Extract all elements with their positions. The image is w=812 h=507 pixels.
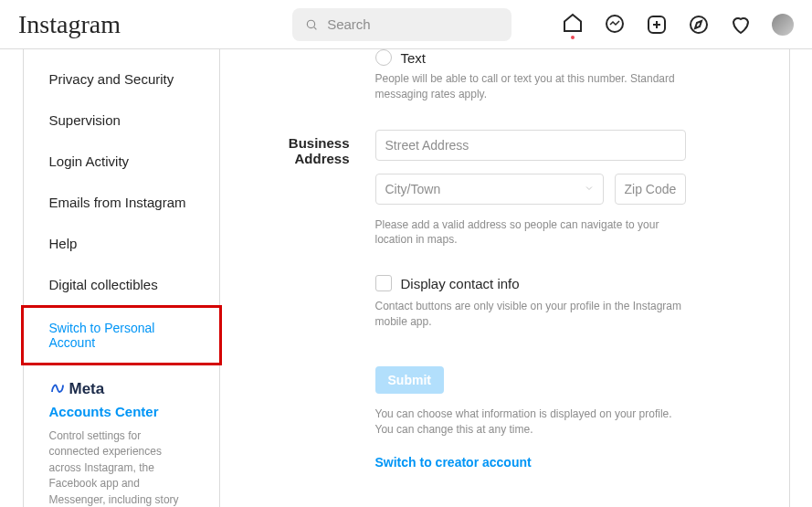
radio-text[interactable] [375, 49, 392, 66]
svg-marker-7 [695, 21, 701, 28]
display-contact-hint: Contact buttons are only visible on your… [375, 299, 686, 330]
sidebar-item-emails[interactable]: Emails from Instagram [24, 182, 219, 223]
svg-line-1 [314, 26, 317, 29]
svg-point-0 [307, 20, 314, 27]
sidebar-switch-personal[interactable]: Switch to Personal Account [24, 308, 219, 363]
sidebar-item-supervision[interactable]: Supervision [24, 100, 219, 141]
text-hint: People will be able to call or text you … [375, 71, 686, 102]
display-contact-checkbox[interactable] [375, 275, 392, 291]
business-address-label: Business Address [248, 130, 375, 248]
address-hint: Please add a valid address so people can… [375, 217, 686, 248]
street-address-input[interactable] [375, 130, 686, 161]
settings-sidebar: Privacy and Security Supervision Login A… [24, 49, 220, 507]
meta-description: Control settings for connected experienc… [49, 428, 194, 507]
meta-logo: Meta [49, 380, 194, 398]
activity-icon[interactable] [730, 14, 752, 36]
sidebar-item-login-activity[interactable]: Login Activity [24, 141, 219, 182]
new-post-icon[interactable] [646, 14, 668, 36]
sidebar-item-digital-collectibles[interactable]: Digital collectibles [24, 264, 219, 305]
meta-brand-text: Meta [69, 380, 105, 398]
switch-creator-link[interactable]: Switch to creator account [375, 455, 532, 470]
search-box[interactable] [292, 8, 511, 41]
radio-text-label: Text [401, 50, 427, 66]
search-icon [305, 17, 318, 32]
submit-button[interactable]: Submit [375, 366, 444, 394]
sidebar-item-help[interactable]: Help [24, 223, 219, 264]
search-input[interactable] [327, 16, 499, 32]
svg-point-6 [691, 16, 707, 33]
city-town-select[interactable] [375, 174, 604, 205]
zip-code-input[interactable] [615, 174, 686, 205]
sidebar-item-privacy[interactable]: Privacy and Security [24, 58, 219, 100]
messenger-icon[interactable] [604, 14, 626, 36]
explore-icon[interactable] [688, 14, 710, 36]
highlight-annotation: Switch to Personal Account [21, 305, 222, 365]
logo[interactable]: Instagram [18, 10, 292, 39]
accounts-center-link[interactable]: Accounts Center [49, 404, 194, 419]
notification-dot [571, 36, 575, 39]
display-contact-label: Display contact info [401, 276, 520, 291]
home-icon[interactable] [562, 12, 584, 34]
avatar[interactable] [772, 14, 794, 36]
submit-hint: You can choose what information is displ… [375, 407, 686, 438]
